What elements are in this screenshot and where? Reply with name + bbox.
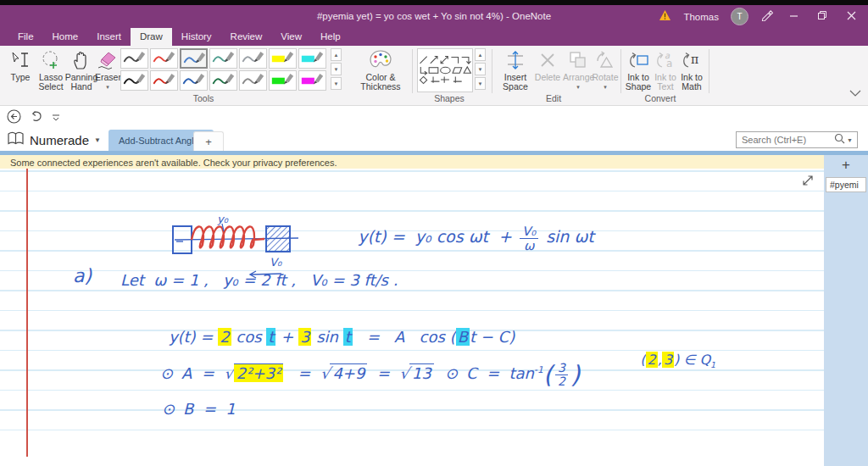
figure-v0-label: V₀ [270, 256, 282, 269]
tab-review[interactable]: Review [221, 28, 272, 46]
tab-history[interactable]: History [172, 28, 221, 46]
shape-diamond [420, 76, 426, 83]
shape-gallery[interactable] [417, 48, 473, 92]
pen-gallery [120, 48, 326, 91]
lasso-select-button[interactable]: Lasso Select [36, 49, 66, 92]
tab-home[interactable]: Home [43, 28, 88, 46]
shape-gallery-more-icon[interactable]: ▼ [475, 77, 486, 90]
highlight-coef-3: 3 [298, 328, 311, 346]
search-scope-dropdown-icon[interactable]: ▼ [847, 137, 853, 143]
notebook-caret-icon: ▼ [94, 136, 101, 144]
figure-mass-block [266, 226, 290, 252]
pen-swatch[interactable] [239, 48, 267, 69]
delete-button[interactable]: Delete [534, 49, 561, 82]
pen-row-2 [120, 70, 326, 91]
pen-gallery-more-icon[interactable]: ▼ [331, 77, 342, 90]
notebook-name: Numerade [30, 133, 89, 147]
page-tab-pyemi[interactable]: #pyemi [826, 177, 866, 192]
rotate-button[interactable]: Rotate ▾ [592, 49, 619, 92]
ink-to-text-button[interactable]: aa Ink to Text [653, 49, 678, 92]
highlight-radicand: 2²+3² [234, 363, 283, 382]
shape-scroll-down-icon[interactable]: ▼ [475, 63, 486, 75]
highlight-var-t1: t [266, 328, 275, 346]
shape-gallery-scroll: ▲ ▼ ▼ [475, 48, 486, 90]
expand-page-icon[interactable] [800, 173, 815, 188]
add-section-button[interactable]: + [193, 131, 224, 151]
minimize-button[interactable] [785, 11, 802, 23]
tab-help[interactable]: Help [311, 28, 350, 46]
ink-to-math-icon: π [678, 49, 705, 71]
ink-to-shape-button[interactable]: Ink to Shape [624, 49, 653, 92]
search-icon[interactable] [834, 132, 845, 147]
restore-button[interactable] [814, 10, 831, 23]
privacy-banner[interactable]: Some connected experiences aren't availa… [0, 155, 824, 169]
add-page-button[interactable]: + [824, 157, 868, 174]
color-thickness-button[interactable]: Color & Thickness [353, 49, 409, 92]
avatar[interactable]: T [731, 8, 748, 25]
pen-swatch[interactable] [120, 48, 148, 69]
open-paren: ( [543, 360, 553, 389]
three-over-two-fraction: 32 [555, 362, 568, 387]
collapse-ribbon-icon[interactable] [849, 85, 861, 100]
ink-phase: ⊙C = tan-1(32) [426, 344, 580, 405]
svg-text:a: a [666, 58, 672, 69]
tab-insert[interactable]: Insert [87, 28, 131, 46]
pen-swatch[interactable] [120, 70, 148, 91]
insert-space-button[interactable]: Insert Space [500, 49, 531, 92]
type-tool-icon [7, 49, 34, 71]
tab-view[interactable]: View [271, 28, 311, 46]
user-name[interactable]: Thomas [683, 12, 719, 22]
pen-scroll-down-icon[interactable]: ▼ [331, 63, 342, 75]
bullet-icon: ⊙ [445, 364, 458, 382]
bullet-icon: ⊙ [162, 400, 175, 418]
shape-parallelogram [453, 68, 462, 74]
figure-spring [192, 226, 264, 247]
warning-icon[interactable] [659, 9, 671, 25]
highlight-2: 2 [646, 352, 658, 368]
highlighter-swatch[interactable] [269, 70, 297, 91]
pen-swatch[interactable] [209, 48, 237, 69]
pen-swatch[interactable] [150, 48, 178, 69]
pen-swatch[interactable] [180, 48, 208, 69]
palette-icon [353, 49, 409, 71]
notebook-icon [7, 131, 25, 149]
ink-to-shape-icon [624, 49, 653, 71]
highlighter-swatch[interactable] [298, 48, 326, 69]
close-button[interactable] [843, 11, 860, 23]
pages-panel: + #pyemi [824, 155, 868, 466]
type-tool-button[interactable]: Type [7, 49, 34, 82]
highlight-B: B [456, 328, 470, 346]
rotate-icon [592, 49, 619, 71]
ink-mode-icon[interactable] [760, 8, 773, 25]
eraser-dropdown-icon[interactable]: ▾ [95, 82, 120, 92]
arrange-button[interactable]: Arrange ▾ [563, 49, 593, 92]
pen-scroll-up-icon[interactable]: ▲ [331, 48, 342, 61]
arrange-dropdown-icon: ▾ [563, 82, 593, 92]
svg-text:π: π [691, 53, 698, 66]
shape-scroll-up-icon[interactable]: ▲ [475, 48, 486, 61]
panning-hand-button[interactable]: Panning Hand [64, 49, 98, 92]
shape-line [420, 57, 426, 64]
notebook-dropdown[interactable]: Numerade ▼ [7, 131, 101, 149]
arrange-icon [563, 49, 593, 71]
pen-swatch[interactable] [180, 70, 208, 91]
pen-swatch[interactable] [239, 70, 267, 91]
undo-button[interactable] [30, 109, 43, 126]
ink-to-math-button[interactable]: π Ink to Math [678, 49, 705, 92]
pen-swatch[interactable] [150, 70, 178, 91]
back-button[interactable] [7, 109, 21, 127]
search-input[interactable] [737, 135, 834, 145]
tab-draw[interactable]: Draw [131, 28, 172, 46]
highlighter-swatch[interactable] [298, 70, 326, 91]
highlight-coef-2: 2 [218, 328, 231, 346]
highlighter-swatch[interactable] [269, 48, 297, 69]
bullet-icon: ⊙ [160, 364, 173, 382]
insert-space-icon [500, 49, 531, 71]
customize-qat-icon[interactable] [52, 110, 60, 125]
tab-file[interactable]: File [8, 28, 43, 46]
group-label-shapes: Shapes [420, 93, 479, 103]
pen-swatch[interactable] [209, 70, 237, 91]
ink-quadrant-note: (2,3) ∈ Q1 [623, 336, 715, 386]
group-label-edit: Edit [524, 93, 583, 103]
eraser-button[interactable]: Eraser ▾ [95, 49, 120, 92]
